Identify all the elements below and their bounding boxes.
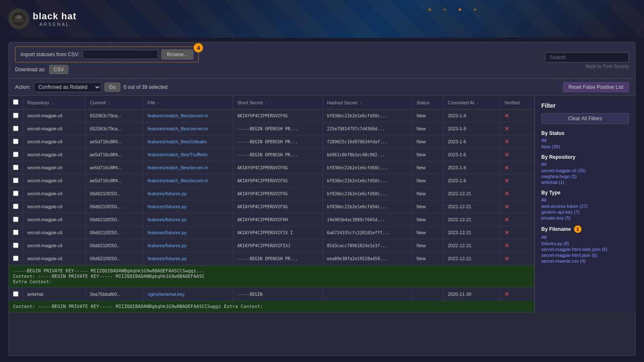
filter-repo-meghna-hugo[interactable]: meghna-hugo (3) [541,174,629,179]
row-checkbox-cell[interactable] [9,135,23,148]
row-checkbox-cell[interactable] [9,226,23,239]
row-short-secret: -----BEGIN OPENSSH PR... [233,135,322,148]
row-file[interactable]: features/match_files/secret-m [143,109,233,122]
col-file[interactable]: File ↑ [143,96,233,109]
row-checkbox-cell[interactable] [9,122,23,135]
row-committed-at: 2022-12-21 [443,200,500,213]
row-commit: 06d6210f250... [86,252,143,265]
tooltip-row: -----BEGIN PRIVATE KEY----- MIIZQQIBADAN… [9,265,535,288]
row-checkbox-0[interactable] [13,113,18,118]
filter-type-all[interactable]: All [541,197,629,202]
row-checkbox-cell[interactable] [9,252,23,265]
csv-file-input[interactable] [83,50,158,59]
row-short-secret: AKIAYVP4CIPPERUVIFIX I [233,226,322,239]
row-checkbox-1[interactable] [13,126,18,131]
filter-status-new[interactable]: New (39) [541,144,629,149]
filter-filename-html-json[interactable]: secret-magpie-html.json (6) [541,253,629,258]
row-checkbox-5[interactable] [13,178,18,183]
row-status: New [412,122,443,135]
row-file[interactable]: features/match_files/secret-m [143,161,233,174]
row-committed-at: 2023-1-9 [443,109,500,122]
action-label: Action: [15,84,31,90]
row-file[interactable]: nginx/writehat.key [143,288,233,301]
row-checkbox-cell[interactable] [9,200,23,213]
row-checkbox-cell[interactable] [9,148,23,161]
col-short-secret[interactable]: Short Secret ↑ [233,96,322,109]
row-status: New [412,200,443,213]
filter-filename-all[interactable]: All [541,235,629,240]
row-hashed-secret: bf838ec22b2e1e6cfd50c... [322,109,412,122]
row-file[interactable]: features/match_files/secret-m [143,122,233,135]
filter-filename-html-web-json[interactable]: secret-magpie-html-web.json (6) [541,247,629,252]
browse-button[interactable]: Browse... [161,49,193,59]
made-by-text: Made by Punk Security [586,64,629,69]
row-committed-at: 2022-12-21 [443,187,500,200]
row-file[interactable]: features/fixtures.py [143,226,233,239]
row-checkbox-cell[interactable] [9,174,23,187]
row-checkbox-12[interactable] [13,291,18,297]
row-short-secret: AKIAYVP4CIPPERUVIFXG [233,200,322,213]
table-row: secret-magpie-cli 06d6210f250... feature… [9,187,535,200]
row-checkbox-8[interactable] [13,217,18,222]
row-checkbox-6[interactable] [13,191,18,196]
col-committed-at[interactable]: Commited At ↑ [443,96,500,109]
row-file[interactable]: features/match_files/secret-m [143,174,233,187]
reset-button[interactable]: Reset False Positive List [563,82,629,92]
row-repo: secret-magpie-cli [23,135,86,148]
col-commit[interactable]: Commit ↑ [86,96,143,109]
row-file[interactable]: features/fixtures.py [143,187,233,200]
filter-type-private[interactable]: private-key (5) [541,215,629,220]
filter-type-aws[interactable]: aws-access-token (27) [541,204,629,209]
row-file[interactable]: features/fixtures.py [143,213,233,226]
row-checkbox-9[interactable] [13,230,18,235]
row-checkbox-11[interactable] [13,256,18,261]
search-input[interactable] [545,52,629,62]
row-file[interactable]: features/fixtures.py [143,252,233,265]
go-button[interactable]: Go [104,83,120,92]
row-committed-at: 2022-12-21 [443,252,500,265]
row-checkbox-cell[interactable] [9,288,23,301]
filter-filename-fixtures[interactable]: fixtures.py (8) [541,241,629,246]
filter-type-generic[interactable]: generic-api-key (7) [541,209,629,215]
row-file[interactable]: features/fixtures.py [143,200,233,213]
row-checkbox-10[interactable] [13,243,18,248]
row-short-secret: AKIAYVP4CIPPERUVIFIXJ [233,239,322,252]
action-select[interactable]: Confirmed as Rotated [34,82,101,92]
row-status: New [412,187,443,200]
row-verified: ✕ [500,135,534,148]
filter-repo-writehat[interactable]: writehat (1) [541,180,629,185]
col-repository[interactable]: Repository ↑ [23,96,86,109]
row-short-secret: AKIAYVP4CIPPERUVIFXG [233,174,322,187]
import-wrapper: Import statuses from CSV: Browse... 4 [15,47,199,62]
row-status: New [412,161,443,174]
row-checkbox-cell[interactable] [9,213,23,226]
col-status[interactable]: Status [412,96,443,109]
row-checkbox-3[interactable] [13,152,18,157]
row-committed-at: 2023-1-6 [443,174,500,187]
selected-count: 0 out of 39 selected [124,84,168,90]
row-checkbox-2[interactable] [13,139,18,144]
col-hashed-secret[interactable]: Hashed Secret ↑ [322,96,412,109]
clear-all-button[interactable]: Clear All Filters [541,113,629,124]
filter-status-all[interactable]: All [541,138,629,143]
row-file[interactable]: features/fixtures.py [143,239,233,252]
row-repo: secret-magpie-cli [23,109,86,122]
filter-repo-secret-magpie[interactable]: secret-magpie-cli (35) [541,168,629,173]
table-header-row: Repository ↑ Commit ↑ File ↑ Short Secre… [9,96,535,109]
row-checkbox-cell[interactable] [9,109,23,122]
sidebar-filter: Filter Clear All Filters By Status All N… [535,96,635,313]
row-checkbox-cell[interactable] [9,239,23,252]
row-checkbox-4[interactable] [13,165,18,170]
select-all-checkbox[interactable] [13,99,18,105]
row-checkbox-7[interactable] [13,204,18,209]
row-file[interactable]: features/match_files/Gitleaks [143,135,233,148]
row-repo: writehat [23,288,86,301]
filter-filename-csv[interactable]: secret-maenie.csv (4) [541,259,629,264]
row-checkbox-cell[interactable] [9,187,23,200]
filter-repo-all[interactable]: All [541,162,629,167]
row-file[interactable]: features/match_files/Trufflehc [143,148,233,161]
row-checkbox-cell[interactable] [9,161,23,174]
download-section: Download as: CSV [15,65,199,74]
row-repo: secret-magpie-cli [23,161,86,174]
col-verified[interactable]: Verified [500,96,534,109]
